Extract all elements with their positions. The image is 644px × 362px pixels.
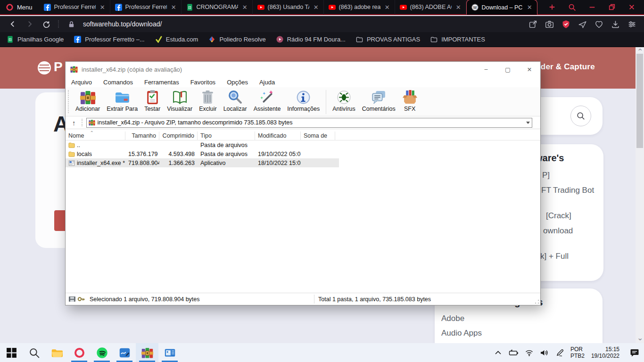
new-tab-icon[interactable] bbox=[548, 3, 556, 11]
tab-adobe-reader[interactable]: (863) adobe reader ✕ bbox=[324, 0, 395, 15]
column-header-tamanho[interactable]: Tamanho bbox=[125, 132, 159, 140]
column-header-soma[interactable]: Soma de ... bbox=[301, 132, 335, 140]
easy-setup-icon[interactable] bbox=[627, 20, 636, 29]
tab-download-pc-active[interactable]: Download – PC Wo ✕ bbox=[466, 0, 537, 15]
bookmark-radio-94fm[interactable]: Rádio 94 FM Doura... bbox=[276, 36, 346, 43]
menu-arquivo[interactable]: Arquivo bbox=[71, 79, 92, 86]
tab-close-icon[interactable]: ✕ bbox=[241, 4, 248, 11]
url-field[interactable]: softwarehub.top/download/ bbox=[83, 20, 162, 28]
software-link[interactable]: FT Trading Bot bbox=[541, 186, 594, 195]
tab-search-icon[interactable] bbox=[568, 3, 576, 11]
menu-favoritos[interactable]: Favoritos bbox=[190, 79, 215, 86]
taskbar-file-explorer[interactable] bbox=[45, 343, 68, 362]
forward-icon[interactable] bbox=[25, 20, 34, 28]
menu-comandos[interactable]: Comandos bbox=[103, 79, 133, 86]
toolbar-test-button[interactable]: Testar bbox=[141, 88, 164, 114]
adblock-shield-icon[interactable] bbox=[561, 20, 570, 29]
file-row-installer-exe-selected[interactable]: installer_x64.exe * 719.808.904 1.366.26… bbox=[66, 158, 339, 167]
bookmark-planilhas-google[interactable]: Planilhas Google bbox=[7, 36, 64, 43]
category-link-audio-apps[interactable]: Audio Apps bbox=[441, 329, 482, 338]
software-link[interactable]: P] bbox=[542, 171, 550, 180]
toolbar-add-button[interactable]: Adicionar bbox=[72, 88, 103, 114]
bookmark-professor-ferretto[interactable]: Professor Ferretto –... bbox=[74, 36, 144, 43]
volume-icon[interactable] bbox=[540, 349, 549, 357]
taskbar-search-button[interactable] bbox=[23, 343, 45, 362]
bookmark-folder-importantes[interactable]: IMPORTANTES bbox=[430, 36, 485, 43]
language-indicator[interactable]: POR PTB2 bbox=[570, 346, 585, 359]
toolbar-delete-button[interactable]: Excluir bbox=[196, 88, 220, 114]
window-minimize-icon[interactable] bbox=[588, 3, 596, 11]
reload-icon[interactable] bbox=[42, 20, 50, 28]
bookmark-estuda[interactable]: Estuda.com bbox=[155, 36, 198, 43]
lock-icon[interactable] bbox=[67, 20, 75, 28]
winrar-minimize-icon[interactable]: – bbox=[475, 62, 497, 77]
back-icon[interactable] bbox=[8, 20, 17, 28]
combobox-dropdown-icon[interactable] bbox=[526, 122, 530, 124]
send-to-device-icon[interactable] bbox=[578, 20, 587, 29]
downloads-icon[interactable] bbox=[611, 20, 620, 29]
toolbar-sfx-button[interactable]: SFX bbox=[399, 88, 421, 114]
clock[interactable]: 15:15 19/10/2022 bbox=[591, 346, 619, 359]
archive-path-combobox[interactable]: installer_x64.zip - Arquivo ZIP, tamanho… bbox=[86, 118, 532, 128]
software-link[interactable]: ownload bbox=[543, 226, 573, 236]
tab-close-icon[interactable]: ✕ bbox=[170, 4, 177, 11]
tab-cronograma[interactable]: CRONOGRAMA - P ✕ bbox=[182, 0, 253, 15]
tab-professor-ferretto-2[interactable]: Professor Ferretto ✕ bbox=[110, 0, 182, 15]
share-icon[interactable] bbox=[528, 20, 537, 29]
toolbar-view-button[interactable]: Visualizar bbox=[164, 88, 196, 114]
toolbar-antivirus-button[interactable]: Antivírus bbox=[329, 88, 359, 114]
wifi-icon[interactable] bbox=[525, 349, 533, 357]
tab-close-icon[interactable]: ✕ bbox=[455, 4, 462, 11]
column-header-tipo[interactable]: Tipo bbox=[198, 132, 255, 140]
winrar-titlebar[interactable]: installer_x64.zip (cópia de avaliação) –… bbox=[66, 62, 540, 77]
snapshot-camera-icon[interactable] bbox=[545, 20, 554, 29]
tab-close-icon[interactable]: ✕ bbox=[384, 4, 391, 11]
file-row-parent-dir[interactable]: .. Pasta de arquivos bbox=[66, 140, 540, 149]
tab-professor-ferretto-1[interactable]: Professor Ferretto ✕ bbox=[39, 0, 110, 15]
bookmark-heart-icon[interactable] bbox=[594, 20, 603, 29]
scroll-down-icon[interactable]: ⌄ bbox=[637, 333, 643, 342]
search-button[interactable] bbox=[570, 106, 591, 126]
column-header-modificado[interactable]: Modificado bbox=[255, 132, 301, 140]
winrar-maximize-icon[interactable]: ▢ bbox=[497, 62, 519, 77]
taskbar-system-app[interactable] bbox=[158, 343, 181, 362]
taskbar-spotify[interactable] bbox=[91, 343, 113, 362]
tab-adobe-acro[interactable]: (863) ADOBE ACRO ✕ bbox=[395, 0, 466, 15]
toolbar-extract-button[interactable]: Extrair Para bbox=[103, 88, 141, 114]
header-nav-link[interactable]: rder & Capture bbox=[537, 62, 595, 72]
toolbar-wizard-button[interactable]: Assistente bbox=[250, 88, 284, 114]
taskbar-winrar-active[interactable] bbox=[136, 343, 158, 362]
tab-close-icon[interactable]: ✕ bbox=[313, 4, 320, 11]
menu-ajuda[interactable]: Ajuda bbox=[259, 79, 275, 86]
toolbar-comments-button[interactable]: Comentários bbox=[359, 88, 399, 114]
toolbar-info-button[interactable]: Informações bbox=[284, 88, 323, 114]
category-link-adobe[interactable]: Adobe bbox=[441, 314, 464, 323]
tab-usando-tabl[interactable]: (863) Usando TABL ✕ bbox=[253, 0, 324, 15]
pen-icon[interactable] bbox=[556, 349, 564, 357]
file-row-locals[interactable]: locals 15.376.179 4.593.498 Pasta de arq… bbox=[66, 149, 540, 158]
software-link[interactable]: [Crack] bbox=[546, 211, 571, 221]
up-directory-icon[interactable]: ↑ bbox=[72, 119, 76, 127]
tab-close-icon[interactable]: ✕ bbox=[99, 4, 106, 11]
software-link[interactable]: k] + Full bbox=[540, 252, 569, 261]
scrollbar-thumb[interactable] bbox=[636, 54, 643, 148]
window-restore-icon[interactable] bbox=[608, 3, 616, 11]
tray-expand-chevron-icon[interactable] bbox=[494, 349, 502, 357]
battery-icon[interactable] bbox=[509, 349, 519, 357]
toolbar-find-button[interactable]: Localizar bbox=[220, 88, 250, 114]
window-close-icon[interactable] bbox=[628, 3, 636, 11]
bookmark-folder-provas-antigas[interactable]: PROVAS ANTIGAS bbox=[356, 36, 420, 43]
tab-close-icon[interactable]: ✕ bbox=[526, 4, 533, 11]
menu-opcoes[interactable]: Opções bbox=[227, 79, 248, 86]
opera-menu-button[interactable]: Menu bbox=[0, 0, 39, 14]
taskbar-opera[interactable] bbox=[68, 343, 91, 362]
column-header-nome[interactable]: Nome⌃ bbox=[66, 132, 125, 140]
start-button[interactable] bbox=[0, 343, 23, 362]
menu-ferramentas[interactable]: Ferramentas bbox=[144, 79, 179, 86]
column-header-comprimido[interactable]: Comprimido bbox=[159, 132, 198, 140]
taskbar-whiteboard[interactable] bbox=[113, 343, 136, 362]
page-scrollbar[interactable]: ⌃ ⌄ bbox=[636, 47, 644, 343]
resize-grip[interactable] bbox=[534, 299, 540, 304]
bookmark-poliedro[interactable]: Poliedro Resolve bbox=[208, 36, 265, 43]
winrar-close-icon[interactable]: ✕ bbox=[519, 62, 540, 77]
